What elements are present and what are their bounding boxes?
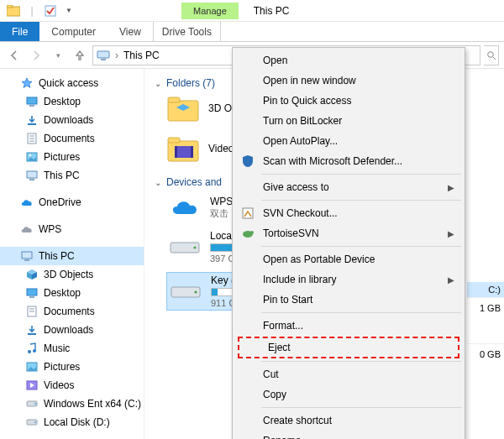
ctx-bitlocker[interactable]: Turn on BitLocker — [234, 111, 463, 131]
ribbon-tab-computer[interactable]: Computer — [39, 22, 108, 41]
folder-label: Video — [208, 143, 234, 154]
ribbon-tab-view[interactable]: View — [108, 22, 153, 41]
qat-icon-properties[interactable] — [42, 3, 59, 19]
ctx-open-new-window[interactable]: Open in new window — [234, 71, 463, 91]
ctx-create-shortcut[interactable]: Create shortcut — [234, 410, 463, 431]
ctx-include-library[interactable]: Include in library▶ — [234, 269, 463, 290]
nav-downloads[interactable]: Downloads — [0, 111, 144, 129]
nav-recent-dropdown[interactable]: ▾ — [49, 46, 67, 65]
ctx-svn-checkout[interactable]: SVN Checkout... — [234, 203, 463, 223]
nav-documents[interactable]: Documents — [0, 129, 144, 148]
svg-line-6 — [493, 57, 496, 60]
svg-rect-19 — [24, 259, 29, 261]
svg-rect-25 — [28, 333, 36, 335]
3d-icon — [25, 268, 39, 281]
search-box[interactable] — [484, 45, 499, 65]
svg-point-54 — [250, 231, 254, 234]
nav-wps[interactable]: WPS — [0, 220, 144, 238]
drive-icon — [168, 234, 202, 259]
nav-label: Local Disk (D:) — [44, 416, 110, 428]
nav-label: 3D Objects — [44, 269, 93, 280]
qat-dropdown[interactable]: ▼ — [60, 3, 77, 19]
nav-pictures[interactable]: Pictures — [0, 148, 144, 166]
ctx-eject-highlight: Eject — [238, 337, 459, 358]
svg-point-15 — [29, 154, 32, 157]
nav-pc-videos[interactable]: Videos — [0, 376, 144, 395]
ctx-copy[interactable]: Copy — [234, 384, 463, 405]
svg-point-5 — [487, 51, 493, 57]
nav-label: Documents — [44, 306, 95, 317]
nav-pc-desktop[interactable]: Desktop — [0, 284, 144, 302]
ctx-give-access[interactable]: Give access to▶ — [234, 177, 463, 197]
ctx-autoplay[interactable]: Open AutoPlay... — [234, 131, 463, 151]
nav-desktop[interactable]: Desktop — [0, 92, 144, 111]
chevron-down-icon: ⌄ — [155, 178, 161, 187]
address-location: This PC — [123, 50, 160, 61]
svg-point-31 — [34, 403, 36, 405]
nav-this-pc[interactable]: This PC — [0, 247, 144, 265]
ctx-separator — [261, 174, 461, 175]
device-name: WPS — [210, 196, 233, 207]
ribbon-tab-file[interactable]: File — [0, 22, 39, 41]
tab-manage[interactable]: Manage — [181, 3, 239, 19]
svg-rect-35 — [168, 97, 180, 102]
nav-pc-drive-d[interactable]: Local Disk (D:) — [0, 413, 144, 431]
svg-point-33 — [34, 421, 36, 423]
clipped-free-1: 1 GB — [467, 297, 504, 318]
nav-onedrive[interactable]: OneDrive — [0, 193, 144, 212]
ctx-pin-quick-access[interactable]: Pin to Quick access — [234, 91, 463, 111]
nav-label: Music — [44, 342, 70, 354]
svn-icon — [240, 206, 255, 221]
ctx-eject[interactable]: Eject — [239, 338, 458, 357]
ctx-defender[interactable]: Scan with Microsoft Defender... — [234, 151, 463, 171]
titlebar: | ▼ Manage This PC — [0, 0, 504, 22]
ctx-open[interactable]: Open — [234, 50, 463, 71]
nav-up-button[interactable] — [71, 46, 89, 65]
nav-label: Pictures — [44, 361, 80, 373]
nav-quick-access[interactable]: Quick access — [0, 74, 144, 92]
qat-icon-explorer[interactable] — [5, 3, 22, 19]
nav-label: This PC — [39, 250, 75, 262]
nav-label: Quick access — [39, 77, 98, 89]
nav-forward-button[interactable] — [27, 46, 45, 65]
svg-rect-45 — [175, 146, 193, 158]
nav-label: Documents — [44, 133, 95, 144]
svg-rect-44 — [168, 138, 180, 143]
nav-3d-objects[interactable]: 3D Objects — [0, 265, 144, 284]
nav-pc-drive-c[interactable]: Windows Ent x64 (C:) — [0, 395, 144, 413]
navigation-pane: Quick access Desktop Downloads Documents… — [0, 69, 144, 439]
svg-rect-9 — [28, 123, 36, 125]
picture-icon — [25, 360, 39, 374]
folder-icon — [166, 134, 200, 163]
ctx-cut[interactable]: Cut — [234, 364, 463, 384]
ribbon-tab-drive-tools[interactable]: Drive Tools — [153, 22, 221, 41]
nav-pc-documents[interactable]: Documents — [0, 302, 144, 321]
ctx-portable-device[interactable]: Open as Portable Device — [234, 249, 463, 269]
ctx-tortoisesvn[interactable]: TortoiseSVN▶ — [234, 223, 463, 243]
desktop-icon — [25, 95, 39, 108]
ctx-separator — [261, 312, 461, 313]
search-icon — [486, 50, 496, 60]
ctx-separator — [261, 361, 461, 362]
ctx-rename[interactable]: Rename — [234, 431, 463, 439]
address-chevron: › — [115, 50, 118, 61]
nav-back-button[interactable] — [5, 46, 24, 65]
nav-pc-pictures[interactable]: Pictures — [0, 358, 144, 376]
nav-label: Downloads — [44, 114, 93, 126]
nav-this-pc-pin[interactable]: This PC — [0, 166, 144, 185]
nav-label: Pictures — [44, 151, 80, 163]
ctx-pin-start[interactable]: Pin to Start — [234, 290, 463, 310]
drive-icon — [25, 415, 39, 429]
svg-rect-18 — [22, 252, 32, 259]
svg-rect-16 — [27, 171, 37, 178]
nav-pc-music[interactable]: Music — [0, 339, 144, 358]
chevron-right-icon: ▶ — [448, 275, 454, 285]
folder-icon — [166, 94, 200, 123]
section-title: Devices and — [166, 176, 222, 188]
svg-point-49 — [193, 246, 196, 248]
ctx-separator — [261, 200, 461, 201]
desktop-icon — [25, 286, 39, 300]
ctx-format[interactable]: Format... — [234, 316, 463, 336]
nav-pc-downloads[interactable]: Downloads — [0, 321, 144, 339]
right-clipped-column: C:) 1 GB 0 GB — [467, 282, 504, 364]
